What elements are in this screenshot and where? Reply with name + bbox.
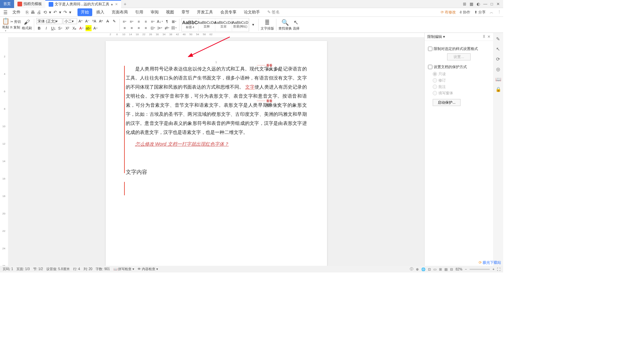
pin-icon[interactable]: ⊼ — [483, 35, 485, 39]
cut-button[interactable]: ✂ 剪切 — [10, 19, 21, 24]
zoom-value[interactable]: 82% — [455, 267, 462, 271]
menu-tab-insert[interactable]: 插入 — [93, 8, 108, 16]
font-size-select[interactable]: 小二 ▾ — [63, 18, 77, 24]
hamburger-icon[interactable]: ☰ — [2, 10, 9, 15]
paragraph-mark-icon[interactable]: ¶ — [164, 18, 170, 24]
radio-revision[interactable]: 修订 — [433, 78, 490, 83]
ruler-vertical[interactable]: 2468101214161820222426283032343638 — [0, 38, 8, 266]
phonetic-icon[interactable]: Aᵃ — [98, 18, 104, 24]
view-outline-icon[interactable]: ⊞ — [439, 267, 442, 271]
grid-icon[interactable]: ▦ — [470, 2, 473, 6]
table-icon[interactable]: ⊞ — [171, 18, 177, 24]
tab-add[interactable]: + — [121, 1, 129, 7]
font-shrink-icon[interactable]: A⁻ — [85, 18, 91, 24]
style-footer[interactable]: AaBbCcDd页脚 — [199, 18, 215, 31]
minimize-icon[interactable]: — — [483, 2, 487, 6]
line-spacing-icon[interactable]: |≡ — [157, 25, 163, 31]
menu-tab-chapter[interactable]: 章节 — [178, 8, 193, 16]
status-col[interactable]: 列: 20 — [84, 267, 93, 271]
layout-icon[interactable]: ⊞ — [463, 2, 466, 6]
align-left-icon[interactable]: ≡ — [122, 25, 128, 31]
radio-comments[interactable]: 批注 — [433, 84, 490, 89]
side-book-icon[interactable]: 📖 — [495, 77, 501, 82]
align-center-icon[interactable]: ≡ — [129, 25, 135, 31]
text-direction-icon[interactable]: ⇄ — [164, 25, 170, 31]
collab-button[interactable]: ê 协作 — [460, 10, 470, 15]
menu-tab-review[interactable]: 审阅 — [147, 8, 162, 16]
qat-new-icon[interactable]: ⎘ — [26, 10, 29, 15]
align-right-icon[interactable]: ≡ — [136, 25, 142, 31]
status-section[interactable]: 节: 1/2 — [33, 267, 43, 271]
status-page[interactable]: 页面: 1/3 — [16, 267, 30, 271]
italic-button[interactable]: I — [43, 25, 49, 31]
menu-sign[interactable]: ✎ 签名 — [264, 8, 283, 16]
style-header[interactable]: AaBbCcDd页眉 — [215, 18, 232, 31]
protect-mode-checkbox[interactable]: 设置文档的保护方式 — [428, 64, 490, 69]
zoom-in-icon[interactable]: + — [492, 267, 494, 271]
font-grow-icon[interactable]: A⁺ — [78, 18, 84, 24]
styles-more-icon[interactable]: ▾ — [250, 22, 256, 28]
indent-icon[interactable]: ≡ — [143, 18, 149, 24]
radio-readonly[interactable]: 只读 — [433, 71, 490, 77]
collapse-ribbon-icon[interactable]: ︿ — [490, 10, 493, 15]
menu-tab-start[interactable]: 开始 — [77, 8, 92, 16]
revision-balloon[interactable]: 香香 删除: 文字 — [266, 99, 280, 107]
font-color-button[interactable]: A — [78, 25, 85, 31]
fullscreen-icon[interactable]: ⛶ — [497, 267, 500, 271]
start-protection-button[interactable]: 启动保护... — [433, 99, 461, 106]
status-position[interactable]: 设置值: 5.8厘米 — [46, 267, 69, 271]
bold-button[interactable]: B — [36, 25, 42, 31]
status-info-icon[interactable]: ⓘ — [410, 267, 413, 271]
side-lock-icon[interactable]: 🔒 — [495, 87, 501, 92]
borders-icon[interactable]: 田 — [171, 25, 177, 31]
view-eye-icon[interactable]: ⊕ — [416, 267, 419, 271]
font-effect-icon[interactable]: ✎ — [111, 18, 117, 24]
settings-button[interactable]: 设置... — [447, 53, 470, 60]
status-spellcheck[interactable]: 📖 拼写检查 ▾ — [113, 267, 135, 271]
side-edit-icon[interactable]: ✎ — [496, 36, 500, 42]
menu-tab-view[interactable]: 视图 — [163, 8, 177, 16]
bullets-icon[interactable]: ≡ — [122, 18, 128, 24]
view-read-icon[interactable]: ▭ — [433, 267, 436, 271]
subscript-button[interactable]: X₂ — [71, 25, 77, 31]
red-question-link[interactable]: 怎么修改 Word 文档一打字就出现红色字体？ — [135, 140, 229, 148]
view-print-icon[interactable]: ⊡ — [428, 267, 431, 271]
status-row[interactable]: 行: 4 — [73, 267, 80, 271]
qat-print-icon[interactable]: 🖶 — [31, 10, 35, 15]
char-border-button[interactable]: A — [93, 25, 99, 31]
restrict-styles-checkbox[interactable]: 限制对选定的样式设置格式 — [428, 46, 490, 51]
style-normal-web[interactable]: AaBbCcD普通(网站) — [232, 18, 249, 31]
tracked-link[interactable]: 文字 — [245, 84, 255, 90]
share-button[interactable]: ⬆ 分享 — [474, 10, 486, 15]
tab-home[interactable]: 首页 — [0, 0, 14, 8]
menu-tab-member[interactable]: 会员专享 — [217, 8, 240, 16]
side-target-icon[interactable]: ◎ — [496, 66, 500, 72]
menu-tab-developer[interactable]: 开发工具 — [194, 8, 216, 16]
qat-printpreview-icon[interactable]: 🖨 — [37, 10, 41, 15]
format-painter-button[interactable]: 🖌格式刷 — [22, 19, 32, 31]
menu-tab-references[interactable]: 引用 — [132, 8, 147, 16]
distribute-icon[interactable]: ⊡ — [150, 25, 156, 31]
underline-button[interactable]: U — [50, 25, 56, 31]
tab-close-icon[interactable]: ✕ — [115, 2, 118, 6]
clear-format-icon[interactable]: A̶ — [105, 18, 111, 24]
select-button[interactable]: ↖选择 — [293, 19, 300, 31]
highlight-button[interactable]: ab — [86, 25, 92, 31]
qat-dd2-icon[interactable]: ▾ — [59, 10, 61, 15]
zoom-slider[interactable] — [470, 269, 490, 270]
view-2col-icon[interactable]: ▤ — [444, 267, 447, 271]
paste-button[interactable]: 📋粘贴▾ — [2, 17, 9, 32]
radio-forms[interactable]: 填写窗体 — [433, 91, 490, 96]
text-layout-button[interactable]: ≣文字排版 — [261, 19, 274, 31]
more-icon[interactable]: ⋮ — [497, 10, 501, 15]
menu-tab-pagelayout[interactable]: 页面布局 — [108, 8, 131, 16]
tab-template[interactable]: 找稻壳模板 — [14, 0, 45, 8]
status-wordcount[interactable]: 字数: 901 — [96, 267, 110, 271]
align-justify-icon[interactable]: ≡ — [143, 25, 149, 31]
styles-gallery[interactable]: AaBbC标题 4 AaBbCcDd页脚 AaBbCcDd页眉 AaBbCcD普… — [181, 18, 249, 32]
view-web-icon[interactable]: 🌐 — [421, 267, 425, 271]
style-heading4[interactable]: AaBbC标题 4 — [182, 18, 199, 31]
qat-dd1-icon[interactable]: ▾ — [49, 10, 51, 15]
tab-document[interactable]: 文字是人类用符...远的方式和工具 ● ✕ — [45, 0, 121, 8]
font-name-select[interactable]: 宋体 (正文) ▾ — [36, 18, 62, 24]
